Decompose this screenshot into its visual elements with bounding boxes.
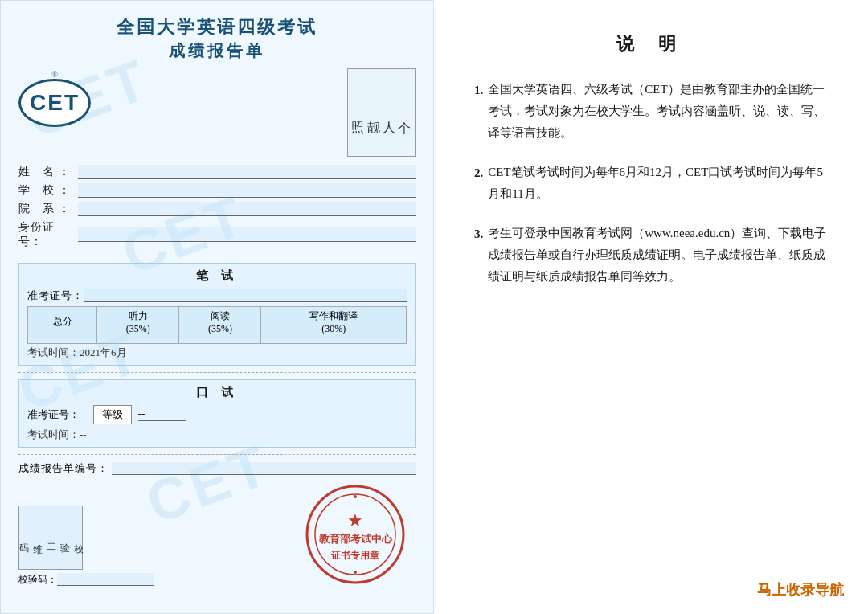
verify-code-label: 校验码：	[18, 573, 57, 587]
info-item-1: 1. 全国大学英语四、六级考试（CET）是由教育部主办的全国统一考试，考试对象为…	[474, 79, 828, 144]
score-header-listening: 听力(35%)	[97, 306, 179, 338]
cert-header: 全国大学英语四级考试 成绩报告单	[18, 15, 416, 62]
svg-point-6	[354, 571, 357, 574]
cert-logo-row: ® CET 个人靓照	[18, 68, 416, 157]
score-listening	[97, 338, 179, 343]
oral-grade-label: 等级	[93, 405, 132, 424]
dept-value	[78, 202, 416, 216]
school-value	[78, 183, 416, 198]
score-total	[28, 338, 97, 343]
score-header-total: 总分	[28, 306, 97, 338]
info-panel: 说 明 1. 全国大学英语四、六级考试（CET）是由教育部主办的全国统一考试，考…	[434, 0, 868, 614]
written-exam-time-value: 2021年6月	[80, 346, 127, 358]
photo-box: 个人靓照	[347, 68, 416, 157]
school-label: 学 校：	[18, 183, 75, 198]
svg-point-5	[354, 495, 357, 498]
qr-box: 校验二维码	[18, 506, 83, 570]
written-exam-no-value	[84, 289, 407, 302]
oral-exam-time-label: 考试时间：--	[27, 428, 87, 440]
oral-section: 口 试 准考证号：-- 等级 -- 考试时间：--	[18, 379, 416, 448]
cert-content: 全国大学英语四级考试 成绩报告单 ® CET 个人靓照 姓 名： 学	[18, 15, 416, 587]
bottom-brand: 马上收录导航	[757, 580, 844, 600]
info-text-2: CET笔试考试时间为每年6月和12月，CET口试考试时间为每年5月和11月。	[488, 162, 828, 205]
seal-svg: ★ 教育部考试中心 证书专用章	[303, 482, 407, 587]
qr-label: 校验二维码	[17, 536, 85, 539]
verify-code-row: 校验码：	[18, 573, 154, 587]
divider-3	[18, 454, 416, 455]
dept-label: 院 系：	[18, 202, 75, 216]
score-reading	[179, 338, 261, 343]
written-exam-no-row: 准考证号：	[27, 289, 407, 303]
school-row: 学 校：	[18, 183, 416, 198]
photo-label: 个人靓照	[350, 111, 412, 114]
score-table: 总分 听力(35%) 阅读(35%) 写作和翻译(30%)	[27, 306, 407, 344]
svg-text:★: ★	[347, 510, 363, 530]
oral-exam-no-row: 准考证号：-- 等级 --	[27, 405, 407, 424]
oral-grade-value: --	[138, 407, 186, 421]
info-text-3: 考生可登录中国教育考试网（www.neea.edu.cn）查询、下载电子成绩报告…	[488, 223, 828, 288]
cert-title-main: 全国大学英语四级考试	[18, 15, 416, 40]
info-list: 1. 全国大学英语四、六级考试（CET）是由教育部主办的全国统一考试，考试对象为…	[474, 79, 828, 288]
cet-logo-text: CET	[30, 90, 80, 116]
dept-row: 院 系：	[18, 202, 416, 216]
name-value	[78, 165, 416, 179]
svg-text:教育部考试中心: 教育部考试中心	[318, 533, 393, 545]
id-label: 身份证号：	[18, 220, 75, 249]
oral-exam-no-label: 准考证号：--	[27, 407, 87, 422]
score-header-reading: 阅读(35%)	[179, 306, 261, 338]
info-item-3: 3. 考生可登录中国教育考试网（www.neea.edu.cn）查询、下载电子成…	[474, 223, 828, 288]
id-row: 身份证号：	[18, 220, 416, 249]
report-no-label: 成绩报告单编号：	[18, 461, 108, 476]
oral-exam-time: 考试时间：--	[27, 428, 407, 442]
certificate-panel: CET CET CET CET 全国大学英语四级考试 成绩报告单 ® CET 个…	[0, 0, 434, 614]
registered-mark: ®	[51, 70, 58, 79]
oral-section-title: 口 试	[27, 385, 407, 400]
score-writing	[261, 338, 407, 343]
info-num-3: 3.	[474, 223, 483, 245]
id-value	[78, 227, 416, 242]
info-item-2: 2. CET笔试考试时间为每年6月和12月，CET口试考试时间为每年5月和11月…	[474, 162, 828, 205]
score-header-writing: 写作和翻译(30%)	[261, 306, 407, 338]
written-exam-no-label: 准考证号：	[27, 289, 84, 303]
report-no-row: 成绩报告单编号：	[18, 461, 416, 476]
name-row: 姓 名：	[18, 165, 416, 179]
bottom-area: 校验二维码 校验码： ★	[18, 482, 416, 587]
name-label: 姓 名：	[18, 165, 75, 179]
info-num-2: 2.	[474, 162, 483, 184]
svg-text:证书专用章: 证书专用章	[331, 550, 380, 561]
info-title: 说 明	[474, 32, 828, 56]
cert-title-sub: 成绩报告单	[18, 40, 416, 62]
written-section: 笔 试 准考证号： 总分 听力(35%) 阅读(35%) 写作和翻译(30%)	[18, 263, 416, 366]
written-exam-time-label: 考试时间：	[27, 346, 80, 358]
official-seal: ★ 教育部考试中心 证书专用章	[303, 482, 407, 587]
written-section-title: 笔 试	[27, 268, 407, 284]
divider-1	[18, 256, 416, 256]
cet-logo: ® CET	[18, 68, 91, 127]
cet-circle: CET	[18, 79, 91, 127]
info-text-1: 全国大学英语四、六级考试（CET）是由教育部主办的全国统一考试，考试对象为在校大…	[488, 79, 828, 144]
verify-code-value	[57, 573, 154, 586]
report-no-value	[112, 462, 416, 475]
divider-2	[18, 372, 416, 373]
written-exam-time: 考试时间：2021年6月	[27, 346, 407, 360]
info-num-1: 1.	[474, 80, 483, 101]
